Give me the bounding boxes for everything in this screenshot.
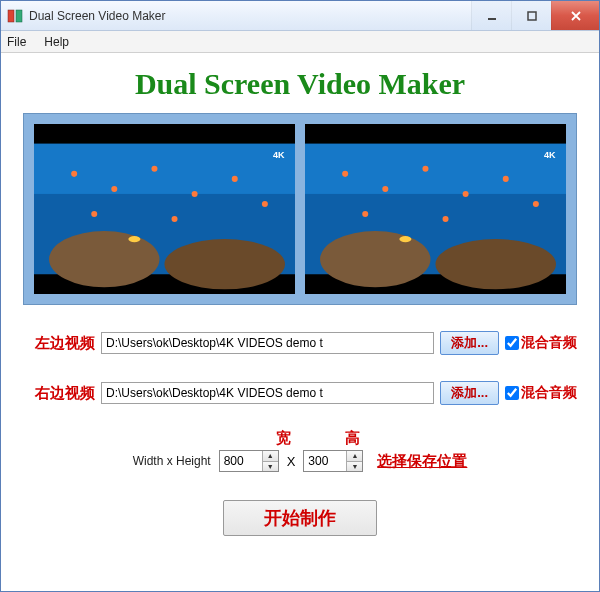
svg-rect-23	[305, 144, 566, 194]
start-button[interactable]: 开始制作	[223, 500, 377, 536]
svg-point-9	[165, 239, 285, 289]
left-mix-label: 混合音频	[521, 334, 577, 352]
titlebar: Dual Screen Video Maker	[1, 1, 599, 31]
app-window: Dual Screen Video Maker File Help Dual S…	[0, 0, 600, 592]
dims-row: Width x Height ▲ ▼ X ▲ ▼ 选择保存位置	[133, 450, 468, 472]
svg-point-24	[320, 231, 430, 287]
svg-point-26	[342, 171, 348, 177]
width-input[interactable]	[220, 451, 262, 471]
width-up-icon[interactable]: ▲	[263, 451, 278, 462]
left-add-button[interactable]: 添加...	[440, 331, 499, 355]
svg-rect-20	[305, 124, 566, 144]
svg-point-34	[399, 236, 411, 242]
svg-point-8	[49, 231, 159, 287]
height-input[interactable]	[304, 451, 346, 471]
svg-point-13	[192, 191, 198, 197]
svg-rect-3	[528, 12, 536, 20]
svg-rect-1	[16, 10, 22, 22]
page-title: Dual Screen Video Maker	[23, 67, 577, 101]
svg-point-15	[262, 201, 268, 207]
height-down-icon[interactable]: ▼	[347, 462, 362, 472]
preview-panel: 4K 4K	[23, 113, 577, 305]
svg-rect-7	[34, 144, 295, 194]
svg-point-25	[436, 239, 556, 289]
svg-point-29	[463, 191, 469, 197]
left-mix-checkbox[interactable]	[505, 336, 519, 350]
svg-point-16	[91, 211, 97, 217]
right-video-thumbnail: 4K	[305, 124, 566, 294]
window-controls	[471, 1, 599, 30]
left-video-label: 左边视频	[23, 334, 95, 353]
svg-text:4K: 4K	[544, 150, 556, 160]
svg-point-12	[151, 166, 157, 172]
svg-rect-4	[34, 124, 295, 144]
menubar: File Help	[1, 31, 599, 53]
left-video-path-input[interactable]	[101, 332, 434, 354]
svg-point-14	[232, 176, 238, 182]
svg-point-18	[128, 236, 140, 242]
dims-headers: 宽 高	[276, 429, 360, 448]
content-area: Dual Screen Video Maker 4K	[1, 53, 599, 591]
height-header: 高	[345, 429, 360, 448]
right-video-row: 右边视频 添加... 混合音频	[23, 381, 577, 405]
start-row: 开始制作	[23, 500, 577, 536]
right-add-button[interactable]: 添加...	[440, 381, 499, 405]
width-down-icon[interactable]: ▼	[263, 462, 278, 472]
left-video-row: 左边视频 添加... 混合音频	[23, 331, 577, 355]
width-header: 宽	[276, 429, 291, 448]
right-mix-wrap: 混合音频	[505, 384, 577, 402]
menu-file[interactable]: File	[7, 35, 26, 49]
x-separator: X	[287, 454, 296, 469]
svg-point-17	[172, 216, 178, 222]
width-spinner[interactable]: ▲ ▼	[219, 450, 279, 472]
close-button[interactable]	[551, 1, 599, 30]
window-title: Dual Screen Video Maker	[29, 9, 471, 23]
left-mix-wrap: 混合音频	[505, 334, 577, 352]
right-video-path-input[interactable]	[101, 382, 434, 404]
svg-text:4K: 4K	[273, 150, 285, 160]
minimize-button[interactable]	[471, 1, 511, 30]
maximize-button[interactable]	[511, 1, 551, 30]
choose-save-location[interactable]: 选择保存位置	[377, 452, 467, 471]
svg-point-32	[362, 211, 368, 217]
svg-point-30	[503, 176, 509, 182]
left-video-thumbnail: 4K	[34, 124, 295, 294]
height-spinner[interactable]: ▲ ▼	[303, 450, 363, 472]
wh-label: Width x Height	[133, 454, 211, 468]
menu-help[interactable]: Help	[44, 35, 69, 49]
svg-point-10	[71, 171, 77, 177]
height-up-icon[interactable]: ▲	[347, 451, 362, 462]
svg-point-31	[533, 201, 539, 207]
right-video-label: 右边视频	[23, 384, 95, 403]
svg-point-33	[443, 216, 449, 222]
svg-rect-2	[488, 18, 496, 20]
svg-point-11	[111, 186, 117, 192]
svg-point-28	[422, 166, 428, 172]
right-mix-checkbox[interactable]	[505, 386, 519, 400]
right-mix-label: 混合音频	[521, 384, 577, 402]
dimensions-block: 宽 高 Width x Height ▲ ▼ X ▲ ▼	[23, 429, 577, 472]
app-icon	[7, 8, 23, 24]
svg-point-27	[382, 186, 388, 192]
svg-rect-0	[8, 10, 14, 22]
